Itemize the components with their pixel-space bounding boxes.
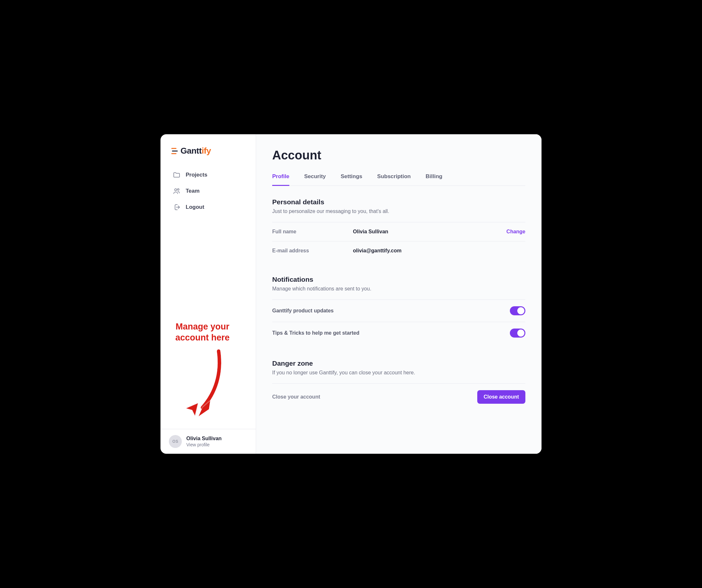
row-close-account: Close your account Close account <box>272 384 525 410</box>
users-icon <box>173 187 181 195</box>
tab-profile[interactable]: Profile <box>272 173 289 185</box>
sidebar-item-label: Team <box>186 188 200 194</box>
section-danger-zone: Danger zone If you no longer use Ganttif… <box>272 359 525 410</box>
row-label: Close your account <box>272 394 477 400</box>
avatar-initials: OS <box>172 439 178 444</box>
section-personal-details: Personal details Just to personalize our… <box>272 198 525 260</box>
tab-settings[interactable]: Settings <box>341 173 362 185</box>
section-subtitle: If you no longer use Ganttify, you can c… <box>272 370 525 376</box>
tab-billing[interactable]: Billing <box>426 173 442 185</box>
user-name: Olivia Sullivan <box>186 436 222 441</box>
page-title: Account <box>272 148 525 162</box>
row-label: Ganttify product updates <box>272 308 510 314</box>
logo-text-1: Gantt <box>181 146 202 156</box>
row-label: E-mail address <box>272 248 353 254</box>
change-name-link[interactable]: Change <box>506 229 525 235</box>
row-notif-updates: Ganttify product updates <box>272 299 525 322</box>
sidebar: Ganttify Projects Team <box>160 134 256 454</box>
sidebar-item-logout[interactable]: Logout <box>171 199 245 215</box>
logo: Ganttify <box>171 146 245 156</box>
row-label: Full name <box>272 229 353 235</box>
sidebar-item-label: Logout <box>186 204 204 210</box>
toggle-product-updates[interactable] <box>510 306 525 315</box>
close-account-button[interactable]: Close account <box>477 390 525 404</box>
row-label: Tips & Tricks to help me get started <box>272 330 510 336</box>
logo-text-2: ify <box>202 146 211 156</box>
row-full-name: Full name Olivia Sullivan Change <box>272 222 525 241</box>
section-title: Personal details <box>272 198 525 206</box>
section-title: Notifications <box>272 276 525 283</box>
avatar: OS <box>169 435 182 448</box>
folder-icon <box>173 171 181 179</box>
sidebar-item-projects[interactable]: Projects <box>171 167 245 183</box>
logout-icon <box>173 203 181 211</box>
app-window: Ganttify Projects Team <box>160 134 542 454</box>
sidebar-item-label: Projects <box>186 172 207 178</box>
logo-mark-icon <box>171 147 179 156</box>
svg-point-0 <box>175 189 177 191</box>
tab-security[interactable]: Security <box>304 173 326 185</box>
sidebar-item-team[interactable]: Team <box>171 183 245 199</box>
section-title: Danger zone <box>272 359 525 367</box>
sidebar-user-card[interactable]: OS Olivia Sullivan View profile <box>160 429 256 454</box>
account-tabs: Profile Security Settings Subscription B… <box>272 173 525 186</box>
view-profile-label: View profile <box>186 442 222 447</box>
row-value: olivia@ganttify.com <box>353 248 525 254</box>
section-notifications: Notifications Manage which notifications… <box>272 276 525 344</box>
section-subtitle: Manage which notifications are sent to y… <box>272 286 525 292</box>
row-value: Olivia Sullivan <box>353 229 506 235</box>
main-content: Account Profile Security Settings Subscr… <box>256 134 542 454</box>
svg-point-1 <box>178 189 179 190</box>
tab-subscription[interactable]: Subscription <box>377 173 411 185</box>
toggle-tips-tricks[interactable] <box>510 328 525 337</box>
row-notif-tips: Tips & Tricks to help me get started <box>272 322 525 344</box>
section-subtitle: Just to personalize our messaging to you… <box>272 208 525 214</box>
row-email: E-mail address olivia@ganttify.com <box>272 241 525 260</box>
